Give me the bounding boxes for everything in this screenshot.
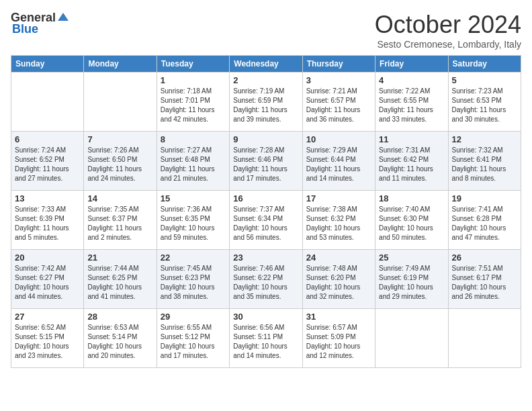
day-info: Sunrise: 7:35 AM Sunset: 6:37 PM Dayligh…	[87, 205, 152, 242]
calendar-cell: 8Sunrise: 7:27 AM Sunset: 6:48 PM Daylig…	[157, 132, 229, 191]
title-block: October 2024 Sesto Cremonese, Lombardy, …	[375, 11, 521, 50]
day-number: 29	[161, 312, 226, 322]
week-row-2: 6Sunrise: 7:24 AM Sunset: 6:52 PM Daylig…	[11, 132, 521, 191]
day-info: Sunrise: 7:49 AM Sunset: 6:19 PM Dayligh…	[379, 264, 444, 302]
calendar-cell	[84, 73, 157, 132]
day-info: Sunrise: 7:19 AM Sunset: 6:59 PM Dayligh…	[233, 87, 298, 124]
week-row-4: 20Sunrise: 7:42 AM Sunset: 6:27 PM Dayli…	[11, 250, 521, 309]
calendar-cell: 5Sunrise: 7:23 AM Sunset: 6:53 PM Daylig…	[448, 73, 521, 132]
week-row-3: 13Sunrise: 7:33 AM Sunset: 6:39 PM Dayli…	[11, 191, 521, 250]
day-info: Sunrise: 7:51 AM Sunset: 6:17 PM Dayligh…	[452, 264, 517, 302]
day-info: Sunrise: 6:52 AM Sunset: 5:15 PM Dayligh…	[15, 323, 80, 361]
calendar-cell: 16Sunrise: 7:37 AM Sunset: 6:34 PM Dayli…	[230, 191, 302, 250]
day-number: 16	[233, 193, 298, 203]
logo-icon	[56, 11, 70, 25]
day-header-sunday: Sunday	[11, 56, 84, 73]
calendar-cell: 4Sunrise: 7:22 AM Sunset: 6:55 PM Daylig…	[375, 73, 448, 132]
day-info: Sunrise: 7:37 AM Sunset: 6:34 PM Dayligh…	[233, 205, 298, 242]
day-info: Sunrise: 7:27 AM Sunset: 6:48 PM Dayligh…	[161, 146, 226, 183]
calendar-cell	[375, 309, 448, 368]
day-number: 11	[379, 134, 444, 144]
day-header-friday: Friday	[375, 56, 448, 73]
day-number: 24	[306, 253, 371, 263]
day-header-saturday: Saturday	[448, 56, 521, 73]
calendar-cell	[11, 73, 84, 132]
day-number: 7	[87, 134, 152, 144]
location-subtitle: Sesto Cremonese, Lombardy, Italy	[375, 39, 521, 50]
day-info: Sunrise: 7:48 AM Sunset: 6:20 PM Dayligh…	[306, 264, 371, 302]
day-number: 20	[15, 253, 80, 263]
day-info: Sunrise: 7:45 AM Sunset: 6:23 PM Dayligh…	[161, 264, 226, 302]
calendar-cell: 14Sunrise: 7:35 AM Sunset: 6:37 PM Dayli…	[84, 191, 157, 250]
calendar-cell: 2Sunrise: 7:19 AM Sunset: 6:59 PM Daylig…	[230, 73, 302, 132]
calendar-cell: 28Sunrise: 6:53 AM Sunset: 5:14 PM Dayli…	[84, 309, 157, 368]
calendar-cell	[448, 309, 521, 368]
day-info: Sunrise: 7:33 AM Sunset: 6:39 PM Dayligh…	[15, 205, 80, 242]
day-info: Sunrise: 7:40 AM Sunset: 6:30 PM Dayligh…	[379, 205, 444, 242]
day-number: 8	[161, 134, 226, 144]
day-number: 30	[233, 312, 298, 322]
calendar-cell: 1Sunrise: 7:18 AM Sunset: 7:01 PM Daylig…	[157, 73, 229, 132]
calendar-cell: 10Sunrise: 7:29 AM Sunset: 6:44 PM Dayli…	[302, 132, 375, 191]
calendar-cell: 29Sunrise: 6:55 AM Sunset: 5:12 PM Dayli…	[157, 309, 229, 368]
calendar-cell: 23Sunrise: 7:46 AM Sunset: 6:22 PM Dayli…	[230, 250, 302, 309]
day-info: Sunrise: 6:56 AM Sunset: 5:11 PM Dayligh…	[233, 323, 298, 361]
calendar-cell: 22Sunrise: 7:45 AM Sunset: 6:23 PM Dayli…	[157, 250, 229, 309]
day-info: Sunrise: 6:55 AM Sunset: 5:12 PM Dayligh…	[161, 323, 226, 361]
day-info: Sunrise: 7:28 AM Sunset: 6:46 PM Dayligh…	[233, 146, 298, 183]
day-number: 28	[87, 312, 152, 322]
day-number: 15	[161, 193, 226, 203]
day-number: 10	[306, 134, 371, 144]
day-number: 12	[452, 134, 517, 144]
month-title: October 2024	[375, 11, 521, 39]
day-number: 6	[15, 134, 80, 144]
calendar-cell: 20Sunrise: 7:42 AM Sunset: 6:27 PM Dayli…	[11, 250, 84, 309]
day-info: Sunrise: 7:42 AM Sunset: 6:27 PM Dayligh…	[15, 264, 80, 302]
day-number: 4	[379, 75, 444, 85]
calendar-cell: 27Sunrise: 6:52 AM Sunset: 5:15 PM Dayli…	[11, 309, 84, 368]
day-number: 1	[161, 75, 226, 85]
day-header-tuesday: Tuesday	[157, 56, 229, 73]
day-number: 31	[306, 312, 371, 322]
logo-blue: Blue	[12, 22, 38, 36]
day-number: 27	[15, 312, 80, 322]
day-number: 9	[233, 134, 298, 144]
day-number: 13	[15, 193, 80, 203]
day-number: 14	[87, 193, 152, 203]
day-number: 2	[233, 75, 298, 85]
day-info: Sunrise: 7:23 AM Sunset: 6:53 PM Dayligh…	[452, 87, 517, 124]
calendar-header-row: SundayMondayTuesdayWednesdayThursdayFrid…	[11, 56, 521, 73]
day-number: 21	[87, 253, 152, 263]
logo: General Blue	[11, 11, 71, 36]
day-info: Sunrise: 7:24 AM Sunset: 6:52 PM Dayligh…	[15, 146, 80, 183]
calendar-cell: 3Sunrise: 7:21 AM Sunset: 6:57 PM Daylig…	[302, 73, 375, 132]
calendar-cell: 7Sunrise: 7:26 AM Sunset: 6:50 PM Daylig…	[84, 132, 157, 191]
day-number: 18	[379, 193, 444, 203]
calendar-cell: 25Sunrise: 7:49 AM Sunset: 6:19 PM Dayli…	[375, 250, 448, 309]
day-number: 22	[161, 253, 226, 263]
day-number: 26	[452, 253, 517, 263]
day-number: 17	[306, 193, 371, 203]
day-header-thursday: Thursday	[302, 56, 375, 73]
day-info: Sunrise: 7:32 AM Sunset: 6:41 PM Dayligh…	[452, 146, 517, 183]
page-header: General Blue October 2024 Sesto Cremones…	[11, 11, 521, 50]
day-info: Sunrise: 7:38 AM Sunset: 6:32 PM Dayligh…	[306, 205, 371, 242]
week-row-1: 1Sunrise: 7:18 AM Sunset: 7:01 PM Daylig…	[11, 73, 521, 132]
day-info: Sunrise: 6:53 AM Sunset: 5:14 PM Dayligh…	[87, 323, 152, 361]
day-info: Sunrise: 7:46 AM Sunset: 6:22 PM Dayligh…	[233, 264, 298, 302]
calendar-table: SundayMondayTuesdayWednesdayThursdayFrid…	[11, 55, 521, 368]
day-info: Sunrise: 7:36 AM Sunset: 6:35 PM Dayligh…	[161, 205, 226, 242]
calendar-cell: 11Sunrise: 7:31 AM Sunset: 6:42 PM Dayli…	[375, 132, 448, 191]
calendar-cell: 31Sunrise: 6:57 AM Sunset: 5:09 PM Dayli…	[302, 309, 375, 368]
day-info: Sunrise: 7:21 AM Sunset: 6:57 PM Dayligh…	[306, 87, 371, 124]
day-info: Sunrise: 7:18 AM Sunset: 7:01 PM Dayligh…	[161, 87, 226, 124]
calendar-cell: 19Sunrise: 7:41 AM Sunset: 6:28 PM Dayli…	[448, 191, 521, 250]
calendar-cell: 18Sunrise: 7:40 AM Sunset: 6:30 PM Dayli…	[375, 191, 448, 250]
day-number: 19	[452, 193, 517, 203]
day-info: Sunrise: 7:29 AM Sunset: 6:44 PM Dayligh…	[306, 146, 371, 183]
day-number: 25	[379, 253, 444, 263]
day-header-wednesday: Wednesday	[230, 56, 302, 73]
calendar-cell: 6Sunrise: 7:24 AM Sunset: 6:52 PM Daylig…	[11, 132, 84, 191]
calendar-cell: 30Sunrise: 6:56 AM Sunset: 5:11 PM Dayli…	[230, 309, 302, 368]
week-row-5: 27Sunrise: 6:52 AM Sunset: 5:15 PM Dayli…	[11, 309, 521, 368]
